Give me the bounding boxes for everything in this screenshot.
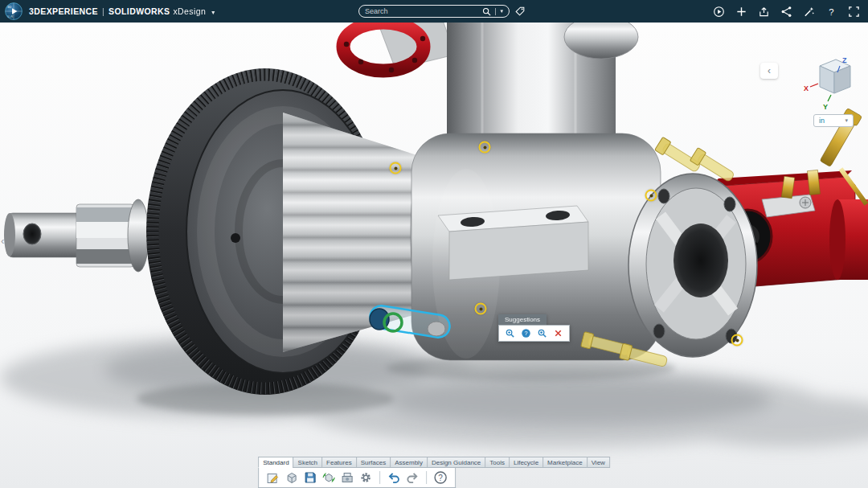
play-icon[interactable] xyxy=(713,6,725,18)
sketch-tool-icon[interactable] xyxy=(266,470,280,485)
tag-icon[interactable] xyxy=(514,6,526,17)
app-name: xDesign xyxy=(173,6,206,16)
3dexperience-compass-logo[interactable]: 3D V+R xyxy=(5,2,23,20)
units-chevron-icon: ▾ xyxy=(845,117,848,124)
tab-assembly[interactable]: Assembly xyxy=(390,457,427,468)
svg-text:?: ? xyxy=(438,474,443,482)
brand-solidworks: SOLIDWORKS xyxy=(108,6,170,16)
help-tool-icon[interactable]: ? xyxy=(433,470,448,485)
hex-coupling[interactable] xyxy=(76,204,134,267)
suggestion-close-icon[interactable] xyxy=(553,328,563,338)
view-cube[interactable]: Z X Y xyxy=(802,53,862,116)
hole-marker[interactable] xyxy=(390,162,402,174)
suggestion-zoom-area-icon[interactable] xyxy=(505,328,515,338)
hole-marker[interactable] xyxy=(645,190,657,202)
magic-wand-icon[interactable] xyxy=(803,6,815,18)
front-flange[interactable] xyxy=(628,174,757,357)
suggestions-actions: ? xyxy=(498,325,570,342)
svg-text:?: ? xyxy=(524,330,527,337)
model-canvas[interactable] xyxy=(0,23,868,488)
tab-marketplace[interactable]: Marketplace xyxy=(542,457,587,468)
suggestions-title: Suggestions xyxy=(498,314,547,325)
svg-text:V+R: V+R xyxy=(7,15,13,18)
engine-mount[interactable] xyxy=(438,206,588,280)
axis-z-label[interactable]: Z xyxy=(842,56,847,64)
axis-y-label[interactable]: Y xyxy=(823,103,828,111)
ribbon-tabs: StandardSketchFeaturesSurfacesAssemblyDe… xyxy=(258,457,610,468)
collaborate-icon[interactable] xyxy=(780,6,792,18)
search-bar[interactable]: ▾ xyxy=(358,5,510,18)
brand-area: 3D V+R 3DEXPERIENCE | SOLIDWORKS xDesign… xyxy=(0,2,215,20)
header-actions: ? xyxy=(713,0,860,23)
tab-features[interactable]: Features xyxy=(321,457,356,468)
tab-sketch[interactable]: Sketch xyxy=(293,457,321,468)
left-panel-expander[interactable]: ‹ xyxy=(1,235,4,247)
save-tool-icon[interactable] xyxy=(303,470,317,485)
ribbon-tools: ? xyxy=(258,468,456,488)
axis-x-label[interactable]: X xyxy=(804,84,809,92)
brand-3dexperience: 3DEXPERIENCE xyxy=(29,6,98,16)
tab-surfaces[interactable]: Surfaces xyxy=(356,457,391,468)
svg-text:?: ? xyxy=(829,6,833,16)
xdesign-app: 3D V+R 3DEXPERIENCE | SOLIDWORKS xDesign… xyxy=(0,0,868,488)
hole-marker[interactable] xyxy=(731,334,743,347)
tab-lifecycle[interactable]: Lifecycle xyxy=(509,457,542,468)
toolbar-divider xyxy=(426,471,427,484)
units-value: in xyxy=(819,117,825,125)
hole-marker[interactable] xyxy=(475,303,487,315)
slot-pin[interactable] xyxy=(428,322,445,336)
add-icon[interactable] xyxy=(735,6,747,18)
tab-standard[interactable]: Standard xyxy=(258,457,293,468)
toolbar-divider xyxy=(379,471,380,484)
hole-marker[interactable] xyxy=(479,141,491,154)
tab-design-guidance[interactable]: Design Guidance xyxy=(427,457,485,468)
suggestion-inspect-icon[interactable] xyxy=(537,328,547,338)
suggestion-help-icon[interactable]: ? xyxy=(521,328,531,338)
help-icon[interactable]: ? xyxy=(825,6,837,18)
viewport[interactable]: Suggestions ? ‹ Z X Y in ▾ ‹ StandardSke… xyxy=(0,23,868,488)
share-icon[interactable] xyxy=(758,6,770,18)
redo-tool-icon[interactable] xyxy=(405,470,420,485)
app-menu-chevron-icon[interactable]: ▾ xyxy=(211,9,215,16)
brand-text: 3DEXPERIENCE | SOLIDWORKS xDesign ▾ xyxy=(29,6,215,16)
top-bar: 3D V+R 3DEXPERIENCE | SOLIDWORKS xDesign… xyxy=(0,0,868,23)
undo-tool-icon[interactable] xyxy=(387,470,401,485)
tab-tools[interactable]: Tools xyxy=(485,457,509,468)
units-dropdown[interactable]: in ▾ xyxy=(813,114,854,127)
ribbon: StandardSketchFeaturesSurfacesAssemblyDe… xyxy=(258,457,610,488)
machine-tool-icon[interactable] xyxy=(340,470,354,485)
search-input[interactable] xyxy=(365,7,478,15)
search-scope-chevron-icon[interactable]: ▾ xyxy=(500,8,503,14)
search-icon[interactable] xyxy=(482,7,491,16)
search-divider xyxy=(495,8,496,15)
component-tool-icon[interactable] xyxy=(285,470,299,485)
fullscreen-icon[interactable] xyxy=(848,6,860,18)
tab-view[interactable]: View xyxy=(587,457,610,468)
settings-tool-icon[interactable] xyxy=(358,470,373,485)
suggestions-popup: Suggestions ? xyxy=(498,314,570,342)
update-tool-icon[interactable] xyxy=(321,470,336,485)
brand-separator: | xyxy=(102,6,104,16)
collapse-cube-chevron[interactable]: ‹ xyxy=(760,63,778,79)
svg-text:3D: 3D xyxy=(7,5,11,9)
